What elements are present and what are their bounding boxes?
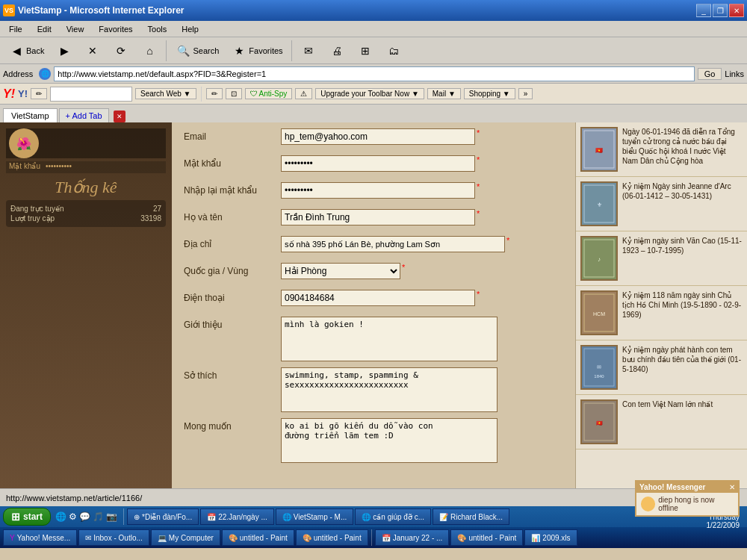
media-icon: ⊞: [357, 43, 374, 59]
visits-label: Lượt truy cập: [10, 214, 55, 223]
taskbar-btn-3[interactable]: 🌐 VietStamp - M...: [276, 508, 354, 525]
taskbar-bottom-row: Y Yahoo! Messe... ✉ Inbox - Outlo... 💻 M…: [0, 527, 747, 548]
refresh-button[interactable]: ⟳: [108, 40, 134, 61]
window-controls: _ ❐ ✕: [696, 4, 744, 17]
taskbar-btn-9[interactable]: 🎨 untitled - Paint: [222, 529, 294, 546]
app-icon: VS: [3, 4, 15, 16]
yahoo-edit-button[interactable]: ✏: [206, 88, 223, 99]
taskbar-btn-13[interactable]: 📊 2009.xls: [524, 529, 577, 546]
taskbar-btn-10-icon: 🎨: [303, 534, 311, 542]
taskbar-btn-8[interactable]: 💻 My Computer: [151, 529, 220, 546]
address-label: Address: [3, 69, 36, 78]
mail-icon: ✉: [300, 43, 317, 59]
ho-va-ten-input[interactable]: [281, 209, 475, 225]
taskbar-btn-2-icon: 📅: [207, 513, 216, 521]
taskbar-btn-3-icon: 🌐: [282, 513, 291, 521]
yahoo-popup-button[interactable]: ⊡: [226, 88, 242, 99]
taskbar-btn-12[interactable]: 🎨 untitled - Paint: [450, 529, 523, 546]
dia-chi-required: *: [506, 236, 509, 245]
address-input[interactable]: [54, 66, 694, 81]
news-item-1: 🇻🇳 Ngày 06-01-1946 đã diễn ra Tổng tuyển…: [576, 122, 747, 177]
taskbar-btn-10[interactable]: 🎨 untitled - Paint: [296, 529, 368, 546]
yahoo-shopping-button[interactable]: Shopping ▼: [464, 88, 515, 99]
tab-close-button[interactable]: ✕: [114, 111, 125, 122]
tab-bar: VietStamp + Add Tab ✕: [0, 105, 747, 122]
taskbar-btn-11[interactable]: 📅 January 22 - ...: [375, 529, 450, 546]
news-stamp-3: ♪: [580, 236, 618, 281]
dia-chi-input[interactable]: [281, 236, 505, 252]
yahoo-pencil-button[interactable]: ✏: [31, 88, 47, 99]
mong-muon-textarea[interactable]: ko ai bi gõ kiến du dỗ vào con đường tri…: [281, 418, 498, 463]
taskbar-btn-8-icon: 💻: [158, 534, 167, 542]
news-item-6: 🇻🇳 Con tem Việt Nam lớn nhất: [576, 395, 747, 449]
quoc-gia-label: Quốc gia / Vùng: [184, 263, 281, 276]
yahoo-antispyware-button[interactable]: 🛡 Anti-Spy: [245, 88, 293, 99]
search-button[interactable]: 🔍 Search: [170, 40, 224, 61]
yahoo-search-button[interactable]: Search Web ▼: [135, 88, 196, 99]
mat-khau-row: Mật khẩu *: [184, 155, 563, 176]
email-label: Email: [184, 128, 281, 142]
print-button[interactable]: 🖨: [323, 40, 350, 61]
close-button[interactable]: ✕: [729, 4, 744, 17]
svg-text:🇻🇳: 🇻🇳: [596, 420, 603, 426]
taskbar-icon-4: 🎵: [93, 511, 104, 522]
stop-button[interactable]: ✕: [79, 40, 106, 61]
messenger-close-button[interactable]: ✕: [729, 483, 735, 491]
back-button[interactable]: ◀ Back: [3, 40, 49, 61]
dia-chi-label: Địa chỉ: [184, 236, 281, 249]
taskbar-btn-12-icon: 🎨: [457, 534, 466, 542]
yahoo-more-button[interactable]: »: [518, 88, 533, 99]
history-button[interactable]: 🗂: [380, 40, 407, 61]
nhap-lai-label: Nhập lại mật khẩu: [184, 182, 281, 196]
tab-add-button[interactable]: + Add Tab: [59, 108, 109, 122]
menu-file[interactable]: File: [3, 23, 28, 35]
online-label: Đang trực tuyến: [10, 205, 63, 213]
tab-vietstamp-label: VietStamp: [11, 111, 49, 120]
menu-help[interactable]: Help: [176, 23, 205, 35]
yahoo-upgrade-button[interactable]: Upgrade your Toolbar Now ▼: [315, 88, 424, 99]
taskbar-icon-1: 🌐: [55, 511, 66, 522]
taskbar-sep-1: [123, 508, 124, 525]
quoc-gia-select[interactable]: Hải Phòng Hà Nội TP Hồ Chí Minh: [281, 263, 400, 279]
mat-khau-required: *: [477, 155, 480, 164]
minimize-button[interactable]: _: [696, 4, 711, 17]
dien-thoai-required: *: [477, 290, 480, 299]
favorites-button[interactable]: ★ Favorites: [226, 40, 288, 61]
taskbar-icon-5: 📷: [106, 511, 117, 522]
forward-button[interactable]: ▶: [51, 40, 78, 61]
news-stamp-5: ✉1840: [580, 345, 618, 390]
taskbar-btn-1[interactable]: ⊕ *Diễn đàn/Fo...: [127, 508, 199, 525]
media-button[interactable]: ⊞: [352, 40, 379, 61]
taskbar-btn-6[interactable]: Y Yahoo! Messe...: [3, 529, 77, 546]
taskbar-btn-2[interactable]: 📅 22.Jan/ngày ...: [200, 508, 274, 525]
svg-text:♪: ♪: [598, 256, 601, 263]
go-button[interactable]: Go: [698, 68, 722, 80]
yahoo-warning-button[interactable]: ⚠: [295, 88, 312, 99]
mat-khau-input[interactable]: [281, 155, 475, 172]
yahoo-mail-button[interactable]: Mail ▼: [427, 88, 461, 99]
messenger-body: diep hong is now offline: [636, 493, 738, 515]
toolbar: ◀ Back ▶ ✕ ⟳ ⌂ 🔍 Search ★ Favorites ✉ 🖨 …: [0, 37, 747, 64]
taskbar-btn-7[interactable]: ✉ Inbox - Outlo...: [78, 529, 149, 546]
mail-button[interactable]: ✉: [295, 40, 322, 61]
menu-tools[interactable]: Tools: [142, 23, 173, 35]
tab-vietstamp[interactable]: VietStamp: [3, 108, 58, 122]
menu-edit[interactable]: Edit: [31, 23, 58, 35]
dien-thoai-input[interactable]: [281, 290, 475, 306]
news-stamp-6: 🇻🇳: [580, 399, 618, 444]
taskbar-btn-4[interactable]: 🌐 cần giúp đỡ c...: [355, 508, 431, 525]
ho-va-ten-row: Họ và tên *: [184, 209, 563, 230]
menu-favorites[interactable]: Favorites: [93, 23, 138, 35]
dien-thoai-label: Điện thoại: [184, 290, 281, 303]
menu-view[interactable]: View: [61, 23, 90, 35]
gioi-thieu-textarea[interactable]: mình là gokien !: [281, 317, 498, 361]
so-thich-textarea[interactable]: swimming, stamp, spamming & sexxxxxxxxxx…: [281, 367, 498, 412]
nhap-lai-input[interactable]: [281, 182, 475, 199]
taskbar-btn-5[interactable]: 📝 Richard Black...: [433, 508, 509, 525]
home-button[interactable]: ⌂: [136, 40, 163, 61]
email-input[interactable]: [281, 128, 475, 145]
start-button[interactable]: ⊞ start: [3, 508, 51, 526]
taskbar-btn-11-icon: 📅: [382, 534, 391, 542]
restore-button[interactable]: ❐: [713, 4, 728, 17]
yahoo-search-input[interactable]: [50, 87, 132, 102]
